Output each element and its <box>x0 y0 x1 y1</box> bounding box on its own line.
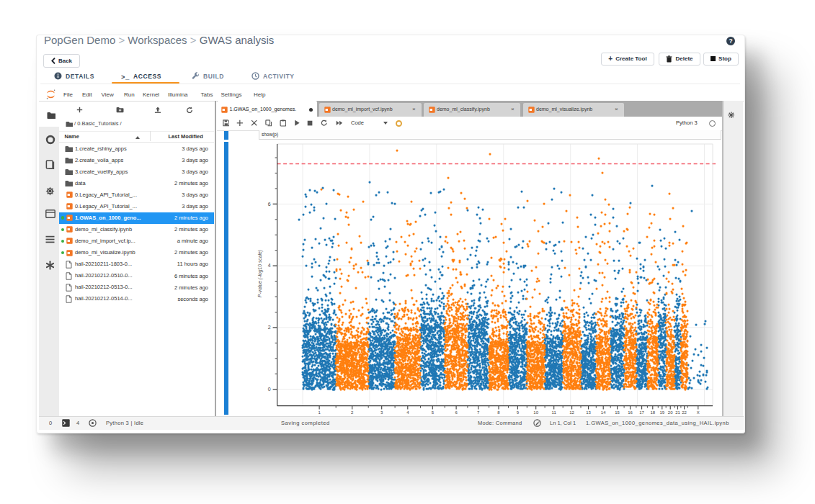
svg-text:6: 6 <box>455 410 458 415</box>
svg-text:10: 10 <box>533 410 538 415</box>
svg-text:X: X <box>697 410 700 415</box>
svg-text:2: 2 <box>268 325 271 330</box>
svg-text:4: 4 <box>268 263 271 268</box>
svg-text:6: 6 <box>268 202 271 207</box>
svg-text:P-value (-log10 scale): P-value (-log10 scale) <box>257 250 263 297</box>
svg-text:3: 3 <box>380 410 383 415</box>
svg-text:22: 22 <box>682 410 687 415</box>
svg-text:17: 17 <box>639 410 644 415</box>
svg-text:1: 1 <box>318 410 321 415</box>
svg-text:12: 12 <box>569 410 574 415</box>
svg-text:4: 4 <box>406 410 409 415</box>
svg-text:11: 11 <box>552 410 557 415</box>
svg-text:5: 5 <box>432 410 435 415</box>
svg-text:14: 14 <box>601 410 606 415</box>
svg-text:>_: >_ <box>121 73 130 80</box>
svg-text:16: 16 <box>628 410 633 415</box>
svg-text:15: 15 <box>615 410 620 415</box>
svg-text:13: 13 <box>586 410 591 415</box>
svg-text:7: 7 <box>477 410 480 415</box>
svg-text:19: 19 <box>659 410 664 415</box>
svg-text:18: 18 <box>650 410 655 415</box>
svg-text:21: 21 <box>675 410 680 415</box>
svg-text:9: 9 <box>517 410 520 415</box>
svg-text:20: 20 <box>668 410 673 415</box>
svg-text:2: 2 <box>351 410 354 415</box>
svg-text:0: 0 <box>268 387 271 392</box>
svg-text:8: 8 <box>497 410 500 415</box>
